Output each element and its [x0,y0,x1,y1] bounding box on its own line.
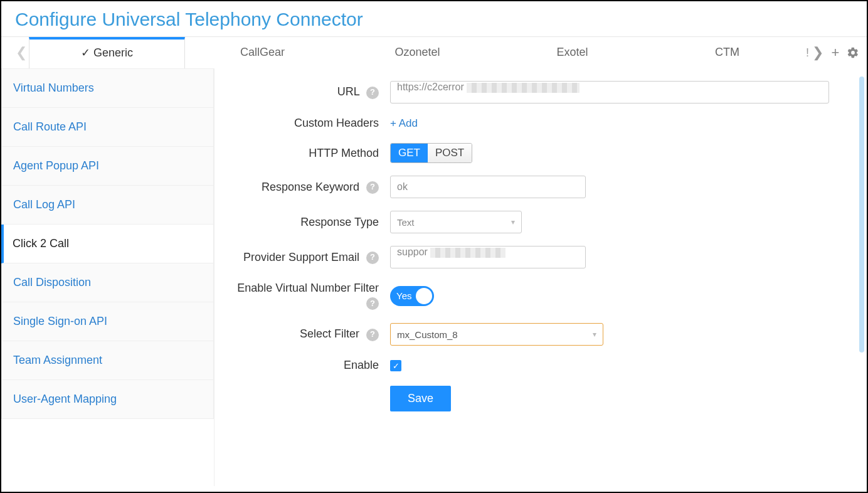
tab-generic[interactable]: ✓ Generic [29,37,185,68]
tabs-list: ✓ Generic CallGear Ozonetel Exotel CTM [29,37,805,68]
label-http-method: HTTP Method [227,146,390,161]
tab-exotel[interactable]: Exotel [495,37,650,68]
help-icon[interactable]: ? [366,181,379,194]
select-filter-dropdown[interactable]: mx_Custom_8 ▾ [390,323,603,346]
tab-callgear[interactable]: CallGear [185,37,340,68]
form-content: URL ? https://c2cerror Custom Headers + … [214,68,867,486]
sidebar: Virtual Numbers Call Route API Agent Pop… [1,68,214,486]
chevron-down-icon: ▾ [593,330,596,339]
label-provider-email-text: Provider Support Email [243,251,359,263]
tabs-bar: ❮ ✓ Generic CallGear Ozonetel Exotel CTM… [1,37,867,68]
label-url-text: URL [337,85,359,98]
label-enable: Enable [227,358,390,373]
enable-checkbox[interactable]: ✓ [390,360,401,371]
page-title: Configure Universal Telephony Connector [1,1,867,37]
sidebar-item-agent-popup-api[interactable]: Agent Popup API [1,147,214,186]
tab-ctm[interactable]: CTM [650,37,805,68]
url-input[interactable]: https://c2cerror [390,81,829,103]
label-select-filter-text: Select Filter [300,327,359,340]
http-method-toggle: GET POST [390,143,472,163]
scrollbar[interactable] [859,77,864,353]
label-url: URL ? [227,85,390,99]
tab-ozonetel[interactable]: Ozonetel [340,37,495,68]
sidebar-item-call-log-api[interactable]: Call Log API [1,186,214,225]
add-header-link[interactable]: + Add [390,117,418,129]
label-response-keyword: Response Keyword ? [227,180,390,194]
sidebar-item-single-sign-on-api[interactable]: Single Sign-on API [1,302,214,341]
save-button[interactable]: Save [390,386,451,411]
http-post-button[interactable]: POST [428,144,472,162]
chevron-down-icon: ▾ [511,218,515,226]
sidebar-item-team-assignment[interactable]: Team Assignment [1,341,214,380]
label-response-keyword-text: Response Keyword [262,181,359,193]
provider-email-input[interactable]: suppor [390,246,586,268]
response-type-select[interactable]: Text ▾ [390,211,522,233]
tabs-scroll-left-icon[interactable]: ❮ [14,45,29,60]
tabs-scroll-right-icon[interactable]: ❯ [810,45,825,60]
select-filter-value: mx_Custom_8 [397,329,458,340]
help-icon[interactable]: ? [366,87,379,99]
help-icon[interactable]: ? [366,329,379,341]
sidebar-item-call-route-api[interactable]: Call Route API [1,108,214,147]
sidebar-item-call-disposition[interactable]: Call Disposition [1,263,214,302]
response-type-value: Text [397,217,415,228]
label-response-type: Response Type [227,215,390,230]
enable-vn-filter-toggle[interactable]: Yes [390,286,434,306]
redacted-segment [430,248,505,258]
sidebar-item-virtual-numbers[interactable]: Virtual Numbers [1,68,214,108]
provider-email-text: suppor [397,246,428,257]
response-keyword-input[interactable] [390,176,586,198]
add-tab-icon[interactable]: + [828,45,843,60]
settings-gear-icon[interactable] [845,45,860,60]
sidebar-item-user-agent-mapping[interactable]: User-Agent Mapping [1,380,214,419]
help-icon[interactable]: ? [366,252,379,264]
sidebar-item-click-2-call[interactable]: Click 2 Call [1,225,214,263]
help-icon[interactable]: ? [366,297,379,310]
truncated-tab-indicator: ! [805,38,810,68]
url-input-text: https://c2cerror [397,82,464,92]
label-enable-vn-filter: Enable Virtual Number Filter ? [227,281,390,310]
redacted-segment [467,83,580,93]
http-get-button[interactable]: GET [391,144,428,162]
label-provider-email: Provider Support Email ? [227,250,390,265]
label-select-filter: Select Filter ? [227,327,390,341]
label-enable-vn-filter-text: Enable Virtual Number Filter [237,282,379,294]
label-custom-headers: Custom Headers [227,116,390,130]
toggle-knob [416,288,432,304]
toggle-label: Yes [396,290,411,301]
